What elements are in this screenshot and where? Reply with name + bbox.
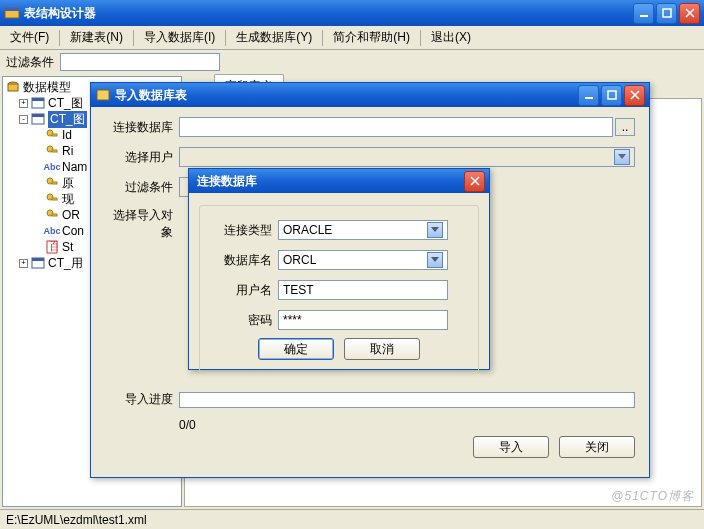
tree-item-label: CT_用 xyxy=(48,255,83,272)
svg-rect-2 xyxy=(640,15,648,17)
connect-dialog: 连接数据库 连接类型 ORACLE 数据库名 ORCL 用户名 xyxy=(188,168,490,370)
svg-rect-17 xyxy=(52,198,57,200)
import-dialog-icon xyxy=(95,87,111,103)
conn-db-field[interactable] xyxy=(179,117,613,137)
import-progressbar xyxy=(179,392,635,408)
svg-rect-13 xyxy=(52,150,57,152)
svg-rect-5 xyxy=(8,84,18,91)
statusbar: E:\EzUML\ezdml\test1.xml xyxy=(0,509,704,529)
password-label: 密码 xyxy=(218,312,278,329)
connect-close-button[interactable] xyxy=(464,171,485,192)
svg-rect-11 xyxy=(52,134,57,136)
import-close-btn[interactable]: 关闭 xyxy=(559,436,635,458)
tree-item-label: Id xyxy=(62,128,72,142)
abc-icon: Abc xyxy=(44,223,60,239)
dbname-label: 数据库名 xyxy=(218,252,278,269)
select-user-combo[interactable] xyxy=(179,147,635,167)
cancel-button[interactable]: 取消 xyxy=(344,338,420,360)
watermark: @51CTO博客 xyxy=(611,488,694,505)
chevron-down-icon xyxy=(614,149,630,165)
select-user-label: 选择用户 xyxy=(105,149,179,166)
key-icon xyxy=(44,175,60,191)
main-title: 表结构设计器 xyxy=(24,5,633,22)
import-minimize-button[interactable] xyxy=(578,85,599,106)
import-dialog-title: 导入数据库表 xyxy=(115,87,578,104)
tree-expander[interactable]: + xyxy=(19,259,28,268)
tree-expander[interactable]: - xyxy=(19,115,28,124)
key-icon xyxy=(44,207,60,223)
conn-type-label: 连接类型 xyxy=(218,222,278,239)
tree-item-label: Ri xyxy=(62,144,73,158)
key-icon xyxy=(44,127,60,143)
tree-item-label: CT_图 xyxy=(48,95,83,112)
maximize-button[interactable] xyxy=(656,3,677,24)
menu-exit[interactable]: 退出(X) xyxy=(425,27,477,48)
menubar: 文件(F) 新建表(N) 导入数据库(I) 生成数据库(Y) 简介和帮助(H) … xyxy=(0,26,704,50)
menu-help[interactable]: 简介和帮助(H) xyxy=(327,27,416,48)
tree-root-label[interactable]: 数据模型 xyxy=(23,79,71,96)
import-maximize-button[interactable] xyxy=(601,85,622,106)
tree-item-label: 原 xyxy=(62,175,74,192)
svg-rect-9 xyxy=(32,114,44,117)
menu-generate-db[interactable]: 生成数据库(Y) xyxy=(230,27,318,48)
svg-rect-7 xyxy=(32,98,44,101)
username-label: 用户名 xyxy=(218,282,278,299)
svg-rect-23 xyxy=(32,258,44,261)
ok-button[interactable]: 确定 xyxy=(258,338,334,360)
connect-dialog-title: 连接数据库 xyxy=(193,173,464,190)
progress-label: 导入进度 xyxy=(105,391,179,408)
table-icon xyxy=(30,95,46,111)
import-close-button[interactable] xyxy=(624,85,645,106)
tree-item-label: Nam xyxy=(62,160,87,174)
key-icon xyxy=(44,143,60,159)
svg-rect-26 xyxy=(608,91,616,99)
svg-rect-3 xyxy=(663,9,671,17)
tree-item-label: St xyxy=(62,240,73,254)
username-field[interactable]: TEST xyxy=(278,280,448,300)
svg-rect-15 xyxy=(52,182,57,184)
tree-item-label: 现 xyxy=(62,191,74,208)
tree-expander[interactable]: + xyxy=(19,99,28,108)
menu-import-db[interactable]: 导入数据库(I) xyxy=(138,27,221,48)
menu-new-table[interactable]: 新建表(N) xyxy=(64,27,129,48)
chevron-down-icon xyxy=(427,252,443,268)
abc-icon: Abc xyxy=(44,159,60,175)
tree-item-label: CT_图 xyxy=(48,111,87,128)
import-filter-label: 过滤条件 xyxy=(105,179,179,196)
app-icon xyxy=(4,5,20,21)
svg-rect-1 xyxy=(5,8,19,11)
conn-db-browse-button[interactable]: .. xyxy=(615,118,635,136)
chevron-down-icon xyxy=(427,222,443,238)
key-icon xyxy=(44,191,60,207)
dbname-combo[interactable]: ORCL xyxy=(278,250,448,270)
conn-db-label: 连接数据库 xyxy=(105,119,179,136)
svg-rect-19 xyxy=(52,214,57,216)
select-objects-label: 选择导入对象 xyxy=(105,207,179,241)
progress-text: 0/0 xyxy=(179,418,196,432)
db-icon xyxy=(5,79,21,95)
svg-rect-24 xyxy=(97,90,109,100)
tree-item-label: OR xyxy=(62,208,80,222)
menu-file[interactable]: 文件(F) xyxy=(4,27,55,48)
table-icon xyxy=(30,255,46,271)
close-button[interactable] xyxy=(679,3,700,24)
table-icon xyxy=(30,111,46,127)
filter-input[interactable] xyxy=(60,53,220,71)
minimize-button[interactable] xyxy=(633,3,654,24)
import-button[interactable]: 导入 xyxy=(473,436,549,458)
svg-text:百: 百 xyxy=(49,240,58,253)
tree-item-label: Con xyxy=(62,224,84,238)
conn-type-combo[interactable]: ORACLE xyxy=(278,220,448,240)
filter-bar: 过滤条件 xyxy=(0,50,704,74)
doc-icon: 百 xyxy=(44,239,60,255)
filter-label: 过滤条件 xyxy=(6,54,54,71)
password-field[interactable]: **** xyxy=(278,310,448,330)
svg-rect-25 xyxy=(585,97,593,99)
status-text: E:\EzUML\ezdml\test1.xml xyxy=(6,513,147,527)
main-titlebar: 表结构设计器 xyxy=(0,0,704,26)
